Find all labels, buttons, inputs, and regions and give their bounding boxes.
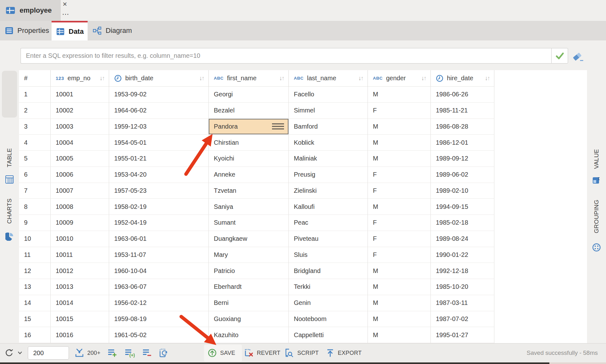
sort-arrows-icon[interactable]: ↓↑	[358, 75, 364, 82]
grid-cell-hire_date[interactable]: 1987-03-11	[431, 295, 494, 311]
grid-cell-emp_no[interactable]: 10008	[51, 199, 109, 215]
grid-cell-hire_date[interactable]: 1995-01-27	[431, 327, 494, 343]
grid-cell-hire_date[interactable]: 1994-09-15	[431, 199, 494, 215]
grid-cell-first_name[interactable]: Georgi	[209, 87, 289, 103]
sql-filter-input[interactable]	[21, 48, 551, 64]
grid-cell-first_name[interactable]: Kazuhito	[209, 327, 289, 343]
grid-cell-last_name[interactable]: Cappelletti	[289, 327, 368, 343]
grid-cell-gender[interactable]: M	[368, 311, 431, 327]
rail-tab-value[interactable]: VALUE	[593, 149, 600, 169]
grid-cell-birth_date[interactable]: 1956-02-12	[109, 295, 209, 311]
grid-cell-last_name[interactable]: Zielinski	[289, 183, 368, 199]
grid-cell-last_name[interactable]: Peac	[289, 215, 368, 231]
grid-cell-last_name[interactable]: Genin	[289, 295, 368, 311]
grid-cell-gender[interactable]: M	[368, 279, 431, 295]
row-number-cell[interactable]: 1	[19, 87, 51, 103]
grid-cell-gender[interactable]: M	[368, 263, 431, 279]
tab-data[interactable]: Data	[52, 21, 88, 40]
tab-properties[interactable]: Properties	[0, 21, 52, 40]
grid-cell-emp_no[interactable]: 10005	[51, 151, 109, 167]
grid-cell-emp_no[interactable]: 10011	[51, 247, 109, 263]
grid-cell-emp_no[interactable]: 10009	[51, 215, 109, 231]
grid-cell-gender[interactable]: F	[368, 231, 431, 247]
export-button[interactable]: EXPORT	[326, 343, 362, 362]
grid-cell-first_name[interactable]: Tzvetan	[209, 183, 289, 199]
grid-cell-emp_no[interactable]: 10016	[51, 327, 109, 343]
grid-cell-birth_date[interactable]: 1953-11-07	[109, 247, 209, 263]
grouping-panel-icon[interactable]	[592, 243, 601, 252]
grid-cell-hire_date[interactable]: 1985-10-20	[431, 279, 494, 295]
grid-cell-first_name[interactable]: Bezalel	[209, 103, 289, 119]
column-header-last_name[interactable]: ABClast_name↓↑	[289, 70, 368, 87]
sort-arrows-icon[interactable]: ↓↑	[100, 75, 105, 82]
grid-cell-hire_date[interactable]: 1986-06-26	[431, 87, 494, 103]
fetch-all-rows-button[interactable]: 200+	[75, 343, 101, 362]
column-header-birth_date[interactable]: birth_date↓↑	[109, 70, 209, 87]
sort-arrows-icon[interactable]: ↓↑	[485, 75, 490, 82]
grid-cell-birth_date[interactable]: 1959-08-19	[109, 311, 209, 327]
grid-cell-gender[interactable]: M	[368, 199, 431, 215]
row-number-cell[interactable]: 7	[19, 183, 51, 199]
refresh-row-button[interactable]	[158, 343, 168, 362]
grid-cell-birth_date[interactable]: 1963-06-01	[109, 231, 209, 247]
grid-cell-emp_no[interactable]: 10001	[51, 87, 109, 103]
grid-cell-gender[interactable]: M	[368, 119, 431, 135]
grid-cell-last_name[interactable]: Koblick	[289, 135, 368, 151]
grid-cell-hire_date[interactable]: 1989-06-02	[431, 167, 494, 183]
row-number-cell[interactable]: 5	[19, 151, 51, 167]
delete-row-button[interactable]	[142, 343, 152, 362]
pie-chart-icon[interactable]	[5, 233, 14, 241]
grid-cell-last_name[interactable]: Preusig	[289, 167, 368, 183]
rail-tab-grouping[interactable]: GROUPING	[593, 200, 600, 234]
grid-cell-first_name[interactable]: Mary	[209, 247, 289, 263]
grid-cell-birth_date[interactable]: 1952-04-19	[109, 215, 209, 231]
row-number-cell[interactable]: 15	[19, 311, 51, 327]
grid-cell-birth_date[interactable]: 1958-02-19	[109, 199, 209, 215]
grid-cell-first_name[interactable]: Duangkaew	[209, 231, 289, 247]
add-row-button[interactable]	[108, 343, 117, 362]
row-number-cell[interactable]: 16	[19, 327, 51, 343]
grid-cell-first_name[interactable]: Patricio	[209, 263, 289, 279]
grid-cell-birth_date[interactable]: 1953-09-02	[109, 87, 209, 103]
grid-cell-last_name[interactable]: Simmel	[289, 103, 368, 119]
grid-cell-emp_no[interactable]: 10014	[51, 295, 109, 311]
row-number-cell[interactable]: 9	[19, 215, 51, 231]
eraser-icon[interactable]	[571, 51, 585, 63]
grid-cell-emp_no[interactable]: 10002	[51, 103, 109, 119]
grid-cell-gender[interactable]: M	[368, 151, 431, 167]
fetch-size-input[interactable]	[28, 346, 69, 360]
grid-cell-hire_date[interactable]: 1989-08-24	[431, 231, 494, 247]
grid-cell-hire_date[interactable]: 1990-01-22	[431, 247, 494, 263]
grid-cell-last_name[interactable]: Terkki	[289, 279, 368, 295]
duplicate-row-button[interactable]: (+)	[125, 343, 135, 362]
grid-cell-birth_date[interactable]: 1961-05-02	[109, 327, 209, 343]
grid-cell-gender[interactable]: F	[368, 103, 431, 119]
column-header-gender[interactable]: ABCgender↓↑	[368, 70, 431, 87]
grid-cell-last_name[interactable]: Kalloufi	[289, 199, 368, 215]
rail-tab-table[interactable]: TABLE	[6, 148, 13, 167]
row-number-cell[interactable]: 11	[19, 247, 51, 263]
grid-cell-gender[interactable]: M	[368, 135, 431, 151]
row-number-cell[interactable]: 6	[19, 167, 51, 183]
grid-cell-hire_date[interactable]: 1987-07-02	[431, 311, 494, 327]
value-viewer-icon[interactable]	[592, 176, 601, 185]
grid-cell-hire_date[interactable]: 1989-02-10	[431, 183, 494, 199]
row-number-cell[interactable]: 8	[19, 199, 51, 215]
grid-cell-hire_date[interactable]: 1989-09-12	[431, 151, 494, 167]
grid-cell-last_name[interactable]: Bridgland	[289, 263, 368, 279]
grid-cell-emp_no[interactable]: 10010	[51, 231, 109, 247]
table-grid-icon[interactable]	[5, 175, 14, 184]
more-icon[interactable]: ⋯	[62, 10, 69, 18]
grid-cell-first_name[interactable]: Sumant	[209, 215, 289, 231]
sort-arrows-icon[interactable]: ↓↑	[199, 75, 205, 82]
sort-arrows-icon[interactable]: ↓↑	[279, 75, 285, 82]
grid-cell-first_name[interactable]: Saniya	[209, 199, 289, 215]
grid-cell-last_name[interactable]: Maliniak	[289, 151, 368, 167]
grid-cell-first_name[interactable]: Guoxiang	[209, 311, 289, 327]
grid-cell-emp_no[interactable]: 10006	[51, 167, 109, 183]
refresh-button[interactable]	[4, 343, 22, 362]
grid-cell-hire_date[interactable]: 1985-11-21	[431, 103, 494, 119]
grid-cell-hire_date[interactable]: 1985-02-18	[431, 215, 494, 231]
row-number-cell[interactable]: 14	[19, 295, 51, 311]
cell-menu-icon[interactable]	[272, 122, 284, 131]
